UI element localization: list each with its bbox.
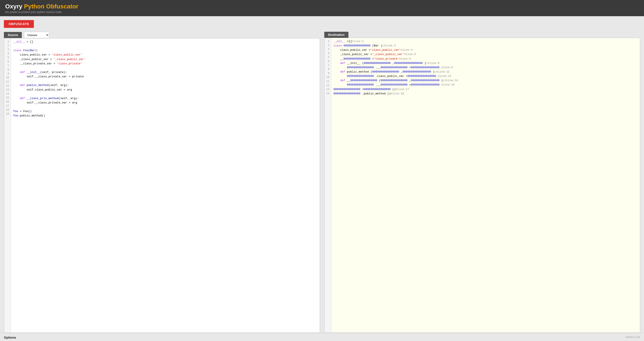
- source-panel: Source Classes Functions Variables Simpl…: [4, 32, 320, 333]
- source-code-area: 12345 678910 1112131415 16171819 __all__…: [4, 38, 320, 333]
- app-title: Oxyry Python Obfuscator: [5, 3, 639, 10]
- app-header: Oxyry Python Obfuscator the power to pro…: [0, 0, 644, 16]
- destination-code-area: 12345 678910 11121314 __all__ =[]#line:1…: [324, 38, 640, 333]
- destination-line-numbers: 12345 678910 11121314: [324, 38, 332, 332]
- source-line-numbers: 12345 678910 1112131415 16171819: [4, 39, 11, 332]
- options-label: Options: [4, 335, 16, 339]
- source-label: Source: [4, 32, 22, 38]
- destination-panel: Destination 12345 678910 11121314 __all_…: [324, 32, 640, 333]
- destination-label: Destination: [324, 32, 348, 38]
- copyright: ©2024 & 元亦: [626, 335, 640, 339]
- editors-container: Source Classes Functions Variables Simpl…: [4, 32, 640, 333]
- source-dropdown-container[interactable]: Classes Functions Variables Simple: [24, 32, 49, 38]
- title-yellow: Python Obfuscator: [24, 3, 78, 10]
- title-white: Oxyry: [5, 3, 22, 10]
- main-content: OBFUSCATE Source Classes Functions Varia…: [0, 16, 644, 333]
- destination-panel-header: Destination: [324, 32, 640, 38]
- panel-gap: [320, 32, 324, 333]
- app-subtitle: the power to protect your python source …: [5, 10, 639, 14]
- destination-code-content: __all__ =[]#line:1 class 000000000000000…: [332, 38, 640, 332]
- footer: Options ©2024 & 元亦: [0, 333, 644, 341]
- source-panel-header: Source Classes Functions Variables Simpl…: [4, 32, 320, 38]
- source-code-content[interactable]: __all__ = [] class Foo(Bar): class_publi…: [11, 39, 320, 332]
- obfuscate-button[interactable]: OBFUSCATE: [4, 20, 34, 28]
- classes-dropdown[interactable]: Classes Functions Variables Simple: [24, 32, 49, 38]
